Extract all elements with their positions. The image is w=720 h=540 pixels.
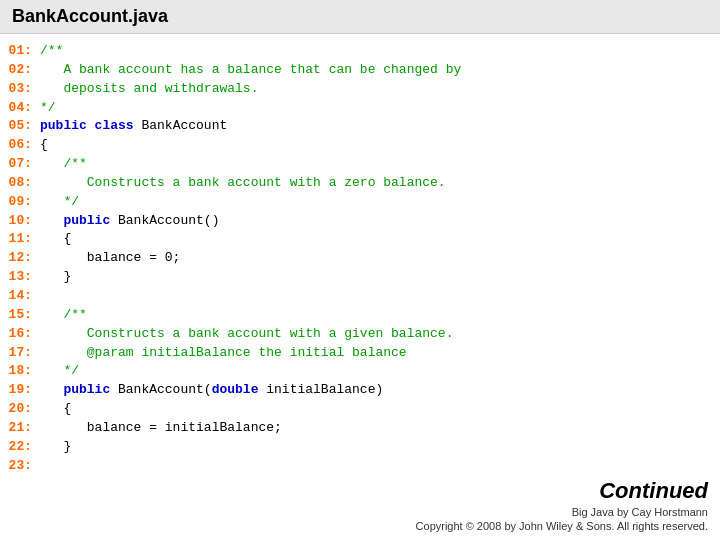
- comment-text: /**: [40, 307, 87, 322]
- line-content: balance = 0;: [40, 249, 180, 268]
- code-text: BankAccount(): [118, 213, 219, 228]
- table-row: 13: }: [8, 268, 720, 287]
- table-row: 20: {: [8, 400, 720, 419]
- table-row: 21: balance = initialBalance;: [8, 419, 720, 438]
- code-text: }: [40, 439, 71, 454]
- line-content: public class BankAccount: [40, 117, 227, 136]
- line-number: 10:: [8, 212, 40, 231]
- code-text: balance = initialBalance;: [40, 420, 282, 435]
- table-row: 04:*/: [8, 99, 720, 118]
- line-number: 19:: [8, 381, 40, 400]
- line-number: 05:: [8, 117, 40, 136]
- line-content: Constructs a bank account with a given b…: [40, 325, 453, 344]
- code-text: {: [40, 231, 71, 246]
- table-row: 02: A bank account has a balance that ca…: [8, 61, 720, 80]
- table-row: 01:/**: [8, 42, 720, 61]
- line-content: balance = initialBalance;: [40, 419, 282, 438]
- table-row: 08: Constructs a bank account with a zer…: [8, 174, 720, 193]
- code-text: {: [40, 401, 71, 416]
- line-content: @param initialBalance the initial balanc…: [40, 344, 407, 363]
- comment-text: Constructs a bank account with a zero ba…: [40, 175, 446, 190]
- table-row: 17: @param initialBalance the initial ba…: [8, 344, 720, 363]
- line-number: 18:: [8, 362, 40, 381]
- table-row: 23:: [8, 457, 720, 476]
- comment-text: A bank account has a balance that can be…: [40, 62, 461, 77]
- line-number: 11:: [8, 230, 40, 249]
- table-row: 14:: [8, 287, 720, 306]
- copyright-line2: Copyright © 2008 by John Wiley & Sons. A…: [416, 520, 708, 532]
- comment-text: /**: [40, 43, 63, 58]
- table-row: 10: public BankAccount(): [8, 212, 720, 231]
- code-text: [40, 213, 63, 228]
- line-content: Constructs a bank account with a zero ba…: [40, 174, 446, 193]
- continued-label: Continued: [416, 478, 708, 504]
- line-content: deposits and withdrawals.: [40, 80, 258, 99]
- keyword: class: [95, 118, 142, 133]
- line-number: 16:: [8, 325, 40, 344]
- code-text: }: [40, 269, 71, 284]
- comment-text: */: [40, 100, 56, 115]
- line-content: A bank account has a balance that can be…: [40, 61, 461, 80]
- table-row: 05:public class BankAccount: [8, 117, 720, 136]
- table-row: 16: Constructs a bank account with a giv…: [8, 325, 720, 344]
- line-number: 06:: [8, 136, 40, 155]
- table-row: 09: */: [8, 193, 720, 212]
- comment-text: @param initialBalance the initial balanc…: [40, 345, 407, 360]
- table-row: 19: public BankAccount(double initialBal…: [8, 381, 720, 400]
- keyword: public: [63, 382, 118, 397]
- footer: Continued Big Java by Cay Horstmann Copy…: [416, 478, 708, 532]
- line-content: {: [40, 136, 48, 155]
- table-row: 11: {: [8, 230, 720, 249]
- line-content: public BankAccount(double initialBalance…: [40, 381, 383, 400]
- code-text: balance = 0;: [40, 250, 180, 265]
- table-row: 03: deposits and withdrawals.: [8, 80, 720, 99]
- line-content: */: [40, 193, 79, 212]
- line-content: */: [40, 362, 79, 381]
- table-row: 12: balance = 0;: [8, 249, 720, 268]
- page-title: BankAccount.java: [12, 6, 708, 27]
- line-content: /**: [40, 155, 87, 174]
- comment-text: Constructs a bank account with a given b…: [40, 326, 453, 341]
- comment-text: */: [40, 363, 79, 378]
- line-content: */: [40, 99, 56, 118]
- keyword: double: [212, 382, 267, 397]
- line-number: 01:: [8, 42, 40, 61]
- line-number: 12:: [8, 249, 40, 268]
- line-number: 04:: [8, 99, 40, 118]
- line-number: 21:: [8, 419, 40, 438]
- line-content: /**: [40, 42, 63, 61]
- code-text: [40, 382, 63, 397]
- line-number: 02:: [8, 61, 40, 80]
- line-number: 14:: [8, 287, 40, 306]
- line-number: 17:: [8, 344, 40, 363]
- title-bar: BankAccount.java: [0, 0, 720, 34]
- code-text: {: [40, 137, 48, 152]
- code-text: BankAccount: [141, 118, 227, 133]
- line-number: 22:: [8, 438, 40, 457]
- code-area: 01:/**02: A bank account has a balance t…: [0, 34, 720, 483]
- line-number: 20:: [8, 400, 40, 419]
- table-row: 15: /**: [8, 306, 720, 325]
- line-number: 13:: [8, 268, 40, 287]
- copyright-line1: Big Java by Cay Horstmann: [416, 506, 708, 518]
- line-content: }: [40, 268, 71, 287]
- line-content: {: [40, 400, 71, 419]
- line-number: 15:: [8, 306, 40, 325]
- line-number: 23:: [8, 457, 40, 476]
- line-number: 03:: [8, 80, 40, 99]
- comment-text: */: [40, 194, 79, 209]
- line-number: 08:: [8, 174, 40, 193]
- line-content: }: [40, 438, 71, 457]
- line-number: 09:: [8, 193, 40, 212]
- line-content: {: [40, 230, 71, 249]
- table-row: 06:{: [8, 136, 720, 155]
- table-row: 22: }: [8, 438, 720, 457]
- keyword: public: [40, 118, 95, 133]
- line-content: /**: [40, 306, 87, 325]
- code-text: BankAccount(: [118, 382, 212, 397]
- keyword: public: [63, 213, 118, 228]
- comment-text: deposits and withdrawals.: [40, 81, 258, 96]
- comment-text: /**: [40, 156, 87, 171]
- line-number: 07:: [8, 155, 40, 174]
- table-row: 18: */: [8, 362, 720, 381]
